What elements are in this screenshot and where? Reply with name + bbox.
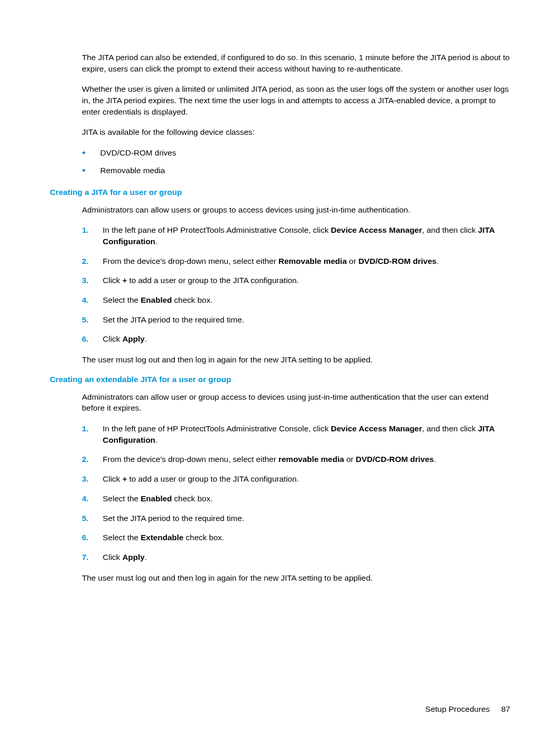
step-item: 6. Click Apply. <box>82 333 510 345</box>
step-number: 5. <box>82 513 103 524</box>
list-item: ● DVD/CD-ROM drives <box>82 147 510 159</box>
section1-p1: Administrators can allow users or groups… <box>82 204 510 216</box>
step-number: 4. <box>82 294 103 306</box>
bullet-text: DVD/CD-ROM drives <box>100 147 176 159</box>
step-text: In the left pane of HP ProtectTools Admi… <box>103 224 510 247</box>
step-text: Select the Extendable check box. <box>103 532 510 543</box>
bullet-icon: ● <box>82 148 86 157</box>
step-number: 1. <box>82 224 103 236</box>
step-number: 3. <box>82 473 103 485</box>
step-text: Set the JITA period to the required time… <box>103 513 510 524</box>
bullet-text: Removable media <box>100 165 165 176</box>
intro-p3: JITA is available for the following devi… <box>82 126 510 138</box>
step-item: 4. Select the Enabled check box. <box>82 493 510 504</box>
section2-heading: Creating an extendable JITA for a user o… <box>50 375 510 384</box>
bullet-icon: ● <box>82 166 86 175</box>
step-number: 7. <box>82 552 103 563</box>
section1-content: Administrators can allow users or groups… <box>82 204 510 366</box>
list-item: ● Removable media <box>82 165 510 176</box>
section2-content: Administrators can allow user or group a… <box>82 391 510 584</box>
step-text: Set the JITA period to the required time… <box>103 314 510 326</box>
step-text: Click + to add a user or group to the JI… <box>103 473 510 485</box>
section1-steps: 1. In the left pane of HP ProtectTools A… <box>82 224 510 345</box>
section1-heading: Creating a JITA for a user or group <box>50 188 510 197</box>
step-number: 6. <box>82 532 103 543</box>
section1-p2: The user must log out and then log in ag… <box>82 354 510 366</box>
step-item: 1. In the left pane of HP ProtectTools A… <box>82 423 510 445</box>
footer-page-number: 87 <box>501 705 510 713</box>
step-number: 1. <box>82 423 103 434</box>
step-text: Click + to add a user or group to the JI… <box>103 275 510 286</box>
step-item: 3. Click + to add a user or group to the… <box>82 473 510 485</box>
step-item: 6. Select the Extendable check box. <box>82 532 510 543</box>
step-number: 4. <box>82 493 103 504</box>
step-text: Select the Enabled check box. <box>103 493 510 504</box>
intro-p2: Whether the user is given a limited or u… <box>82 83 510 117</box>
step-text: From the device's drop-down menu, select… <box>103 454 510 465</box>
section2-steps: 1. In the left pane of HP ProtectTools A… <box>82 423 510 563</box>
step-text: Click Apply. <box>103 552 510 563</box>
footer-section-label: Setup Procedures <box>425 705 489 713</box>
intro-bullets: ● DVD/CD-ROM drives ● Removable media <box>82 147 510 176</box>
step-number: 2. <box>82 454 103 465</box>
step-text: In the left pane of HP ProtectTools Admi… <box>103 423 510 445</box>
step-item: 1. In the left pane of HP ProtectTools A… <box>82 224 510 247</box>
step-item: 4. Select the Enabled check box. <box>82 294 510 306</box>
section2-p1: Administrators can allow user or group a… <box>82 391 510 414</box>
step-item: 2. From the device's drop-down menu, sel… <box>82 454 510 465</box>
step-item: 5. Set the JITA period to the required t… <box>82 513 510 524</box>
step-item: 3. Click + to add a user or group to the… <box>82 275 510 286</box>
intro-block: The JITA period can also be extended, if… <box>82 52 510 176</box>
section2-p2: The user must log out and then log in ag… <box>82 572 510 584</box>
step-number: 3. <box>82 275 103 286</box>
page-footer: Setup Procedures 87 <box>425 705 510 714</box>
step-number: 5. <box>82 314 103 326</box>
step-text: Select the Enabled check box. <box>103 294 510 306</box>
step-item: 5. Set the JITA period to the required t… <box>82 314 510 326</box>
step-item: 7. Click Apply. <box>82 552 510 563</box>
step-number: 2. <box>82 256 103 267</box>
step-text: Click Apply. <box>103 333 510 345</box>
step-number: 6. <box>82 333 103 345</box>
step-item: 2. From the device's drop-down menu, sel… <box>82 256 510 267</box>
intro-p1: The JITA period can also be extended, if… <box>82 52 510 74</box>
step-text: From the device's drop-down menu, select… <box>103 256 510 267</box>
